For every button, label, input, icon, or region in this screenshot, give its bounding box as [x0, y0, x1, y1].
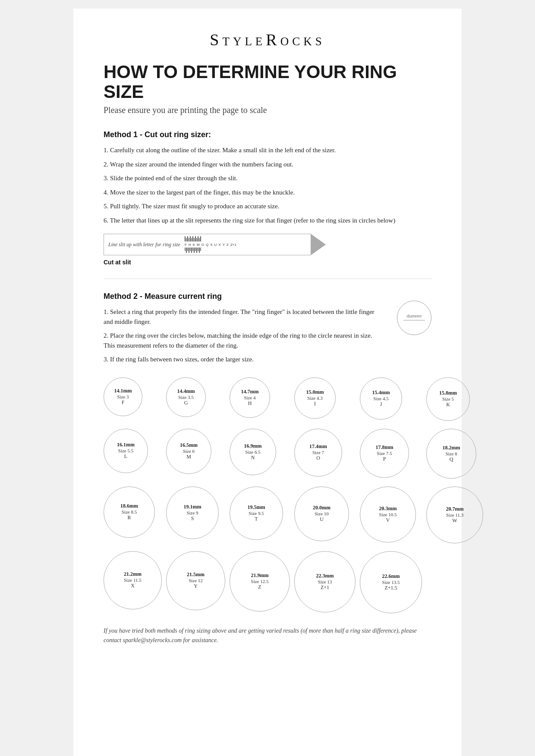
ring-size: Size 7: [312, 450, 324, 455]
footer-note: If you have tried both methods of ring s…: [104, 626, 431, 646]
ring-mm: 14.7mm: [241, 389, 259, 395]
ring-size: Size 11.3: [446, 512, 464, 518]
ring-letter: J: [380, 401, 382, 408]
tick: [196, 238, 197, 242]
ring-circle-J: 15.4mm Size 4.5 J: [360, 377, 402, 420]
diameter-line: [403, 320, 425, 320]
method1-section: Method 1 - Cut out ring sizer: 1. Carefu…: [104, 130, 431, 266]
tick: [198, 248, 198, 251]
step-2: 2. Wrap the sizer around the intended fi…: [104, 160, 431, 169]
ring-circle-S: 19.1mm Size 9 S: [166, 486, 219, 539]
tick: [186, 238, 187, 242]
footer-text: If you have tried both methods of ring s…: [104, 627, 417, 643]
ring-mm: 22.6mm: [382, 573, 400, 580]
ring-mm: 18.6mm: [120, 503, 138, 509]
diameter-circle: diameter: [397, 301, 431, 335]
ring-size: Size 5.5: [118, 448, 133, 453]
tick: [187, 248, 188, 251]
ring-mm: 17.8mm: [376, 444, 393, 451]
brand-name: StyleRocks: [210, 31, 325, 49]
tick: [187, 236, 188, 242]
ring-letter: N: [251, 455, 255, 461]
tick: [198, 236, 198, 242]
ring-mm: 15.0mm: [306, 389, 324, 395]
tick: [199, 238, 200, 242]
m2-step-2: 2. Place the ring over the circles below…: [104, 331, 384, 350]
ring-letter: T: [255, 516, 258, 522]
tick: [185, 236, 186, 242]
method2-section: Method 2 - Measure current ring 1. Selec…: [104, 292, 431, 613]
ring-circle-R: 18.6mm Size 8.5 R: [104, 486, 155, 538]
ring-letter: I: [314, 401, 316, 407]
ring-size: Size 8: [445, 451, 457, 456]
sizer-letters: F H K M O Q S U X Y Z Z+1: [185, 243, 236, 247]
ring-letter: Z+1.5: [384, 585, 397, 591]
ring-circle-H: 14.7mm Size 4 H: [230, 377, 270, 418]
ring-letter: R: [127, 514, 131, 521]
sizer-visual: Line slit up with letter for ring size: [104, 234, 311, 255]
tick: [191, 238, 192, 242]
ring-circle-Q: 18.2mm Size 8 Q: [426, 429, 476, 479]
step-4: 4. Move the sizer to the largest part of…: [104, 188, 431, 198]
tick: [194, 248, 195, 253]
step-3: 3. Slide the pointed end of the sizer th…: [104, 173, 431, 183]
ring-letter: Z: [258, 584, 261, 590]
ring-mm: 21.9mm: [251, 572, 269, 579]
ring-mm: 17.4mm: [309, 443, 327, 450]
ring-circle-W: 20.7mm Size 11.3 W: [426, 486, 483, 543]
ring-circle-Z+1.5: 22.6mm Size 13.5 Z+1.5: [360, 551, 422, 613]
ring-letter: G: [184, 400, 188, 406]
ring-size: Size 5: [442, 396, 454, 402]
diameter-label: diameter: [403, 314, 425, 318]
step-1: 1. Carefully cut along the outline of th…: [104, 145, 431, 155]
step-5: 5. Pull tightly. The sizer must fit snug…: [104, 201, 431, 211]
ring-mm: 15.8mm: [439, 390, 457, 396]
ring-mm: 20.7mm: [446, 506, 464, 512]
ring-letter: K: [446, 402, 450, 408]
ring-size: Size 9.5: [249, 511, 264, 516]
ring-circle-V: 20.3mm Size 10.5 V: [360, 486, 416, 543]
tick: [196, 248, 197, 253]
m2-step-1: 1. Select a ring that properly fits the …: [104, 307, 384, 326]
ring-letter: Y: [194, 583, 198, 590]
ring-mm: 19.5mm: [248, 504, 265, 511]
rings-grid: 14.1mm Size 3 F 14.4mm Size 3.5 G 14.7mm…: [104, 377, 431, 613]
ring-circle-L: 16.1mm Size 5.5 L: [104, 429, 148, 473]
ring-size: Size 4.3: [307, 395, 322, 401]
method2-title: Method 2 - Measure current ring: [104, 292, 431, 301]
tick-row-bottom: [185, 248, 236, 253]
ring-size: Size 4.5: [373, 396, 388, 401]
ring-circle-X: 21.2mm Size 11.5 X: [104, 551, 162, 609]
ring-size: Size 11.5: [124, 577, 142, 583]
ring-letter: L: [124, 453, 127, 460]
ring-size: Size 7.5: [377, 451, 392, 456]
method2-steps: 1. Select a ring that properly fits the …: [104, 307, 431, 364]
ring-circle-K: 15.8mm Size 5 K: [426, 377, 470, 421]
ring-size: Size 4: [244, 395, 255, 400]
ring-letter: Q: [450, 456, 453, 463]
ring-size: Size 9: [186, 510, 198, 515]
ring-letter: F: [122, 399, 125, 406]
sizer-arrow: [311, 234, 326, 255]
tick: [200, 248, 201, 251]
ring-circle-F: 14.1mm Size 3 F: [104, 377, 142, 416]
ring-size: Size 6.5: [245, 449, 260, 455]
sizer-container: Line slit up with letter for ring size: [104, 234, 431, 255]
tick: [195, 248, 196, 251]
ring-mm: 18.2mm: [443, 445, 460, 451]
ring-mm: 20.0mm: [313, 505, 330, 511]
ring-letter: Z+1: [321, 584, 329, 591]
tick: [200, 236, 201, 242]
method1-steps: 1. Carefully cut along the outline of th…: [104, 145, 431, 225]
ring-circle-U: 20.0mm Size 10 U: [294, 486, 349, 541]
tick: [199, 248, 200, 253]
ring-circle-Z: 21.9mm Size 12.5 Z: [230, 551, 290, 612]
ring-size: Size 12: [189, 578, 203, 583]
tick-row-top: [185, 236, 236, 242]
ring-circle-N: 16.9mm Size 6.5 N: [230, 429, 276, 475]
tick: [194, 238, 195, 242]
ring-circle-P: 17.8mm Size 7.5 P: [360, 429, 409, 478]
ring-mm: 14.1mm: [114, 388, 132, 394]
ring-size: Size 6: [183, 449, 195, 454]
ring-mm: 20.3mm: [379, 505, 397, 512]
